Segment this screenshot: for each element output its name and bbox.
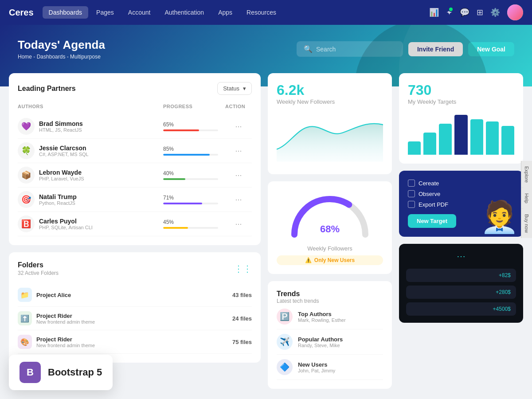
- apps-icon[interactable]: ⊞: [477, 8, 483, 17]
- status-dropdown[interactable]: Status ▾: [217, 82, 252, 95]
- action-menu[interactable]: ···: [225, 171, 252, 180]
- progress-bar: [163, 154, 218, 156]
- new-users-badge: ⚠️ Only New Users: [277, 255, 383, 265]
- folder-row: 📁 Project Alice 43 files: [18, 283, 252, 307]
- action-menu[interactable]: ···: [225, 219, 252, 229]
- buy-now-label[interactable]: Buy now: [521, 209, 532, 238]
- action-menu[interactable]: ···: [225, 195, 252, 204]
- author-row: 🅱️ Carles Puyol PHP, SQLite, Artisan CLI…: [18, 212, 252, 236]
- observe-checkbox[interactable]: [408, 190, 415, 197]
- author-skills: PHP, Laravel, VueJS: [39, 176, 84, 181]
- create-checkbox[interactable]: [408, 180, 415, 187]
- breadcrumb: Home - Dashboards - Multipurpose: [18, 54, 105, 60]
- bootstrap-icon: B: [20, 362, 41, 383]
- author-avatar: 🎯: [18, 191, 35, 208]
- navbar-right: 📊 ✦ 💬 ⊞ ⚙️: [429, 4, 523, 20]
- new-goal-button[interactable]: New Goal: [468, 42, 514, 56]
- breadcrumb-dashboards[interactable]: Dashboards: [37, 54, 66, 60]
- targets-label: My Weekly Targets: [408, 98, 514, 105]
- folder-name: Project Rider: [36, 336, 95, 343]
- weekly-targets-card: 730 My Weekly Targets: [399, 73, 523, 164]
- progress-bar: [163, 203, 218, 204]
- author-info: 🍀 Jessie Clarcson C#, ASP.NET, MS SQL: [18, 142, 163, 159]
- bootstrap-banner: B Bootstrap 5: [9, 355, 113, 390]
- user-avatar[interactable]: [507, 4, 523, 20]
- navbar: Ceres Dashboards Pages Account Authentic…: [0, 0, 532, 25]
- breadcrumb-multipurpose: Multipurpose: [70, 54, 101, 60]
- nav-apps[interactable]: Apps: [212, 6, 239, 19]
- bar: [454, 115, 467, 155]
- nav-pages[interactable]: Pages: [90, 6, 120, 19]
- dark-panel: ⋯ +82$ +280$ +4500$: [399, 244, 523, 323]
- progress-container: 71%: [163, 195, 225, 204]
- promo-observe-label: Observe: [419, 191, 440, 197]
- breadcrumb-home[interactable]: Home: [18, 54, 32, 60]
- nav-dashboards[interactable]: Dashboards: [43, 6, 89, 19]
- breadcrumb-sep1: -: [33, 54, 36, 60]
- author-name: Lebron Wayde: [39, 169, 84, 176]
- trend-name: Top Authors: [298, 311, 346, 317]
- explore-label[interactable]: Explore: [521, 161, 532, 188]
- chart-icon[interactable]: 📊: [429, 8, 439, 17]
- chevron-down-icon: ▾: [243, 85, 246, 92]
- folders-subtitle: 32 Active Folders: [18, 270, 59, 276]
- author-name: Brad Simmons: [39, 120, 83, 127]
- new-target-button[interactable]: New Target: [408, 214, 456, 228]
- author-name: Jessie Clarcson: [39, 145, 89, 152]
- author-details: Jessie Clarcson C#, ASP.NET, MS SQL: [39, 145, 89, 157]
- folder-icon: ⬆️: [18, 311, 32, 325]
- folder-details: Project Alice: [36, 292, 71, 298]
- promo-opt-observe: Observe: [408, 190, 514, 197]
- table-header: AUTHORS PROGRESS ACTION: [18, 102, 252, 111]
- progress-container: 65%: [163, 121, 225, 131]
- search-input[interactable]: [316, 46, 396, 53]
- invite-friend-button[interactable]: Invite Friend: [408, 42, 463, 56]
- folder-files: 24 files: [232, 315, 252, 322]
- bar: [408, 141, 421, 155]
- header-actions: 🔍 Invite Friend New Goal: [297, 41, 514, 57]
- nav-resources[interactable]: Resources: [240, 6, 282, 19]
- nav-authentication[interactable]: Authentication: [158, 6, 210, 19]
- trend-sub: Randy, Steve, Mike: [298, 343, 343, 348]
- folders-list: 📁 Project Alice 43 files ⬆️ Project Ride…: [18, 283, 252, 354]
- author-skills: HTML, JS, ReactJS: [39, 127, 83, 133]
- action-menu[interactable]: ···: [225, 146, 252, 156]
- folders-more-icon[interactable]: ⋮⋮: [234, 263, 252, 274]
- progress-pct: 40%: [163, 170, 218, 176]
- help-label[interactable]: Help: [521, 188, 532, 209]
- chat-icon[interactable]: 💬: [460, 8, 469, 17]
- progress-container: 40%: [163, 170, 225, 180]
- trends-list: 🅿️ Top Authors Mark, Rowling, Esther ✈️ …: [277, 304, 383, 380]
- sparkle-icon[interactable]: ✦: [446, 8, 453, 17]
- nav-account[interactable]: Account: [122, 6, 157, 19]
- dark-panel-dots: ⋯: [406, 251, 516, 262]
- author-name: Carles Puyol: [39, 218, 93, 225]
- bar: [439, 124, 452, 155]
- folder-icon: 📁: [18, 288, 32, 302]
- side-labels: Explore Help Buy now: [521, 161, 532, 238]
- progress-fill: [163, 203, 202, 204]
- action-menu[interactable]: ···: [225, 122, 252, 131]
- folders-title-block: Folders 32 Active Folders: [18, 261, 59, 276]
- trend-icon: 🔷: [277, 359, 293, 375]
- progress-pct: 65%: [163, 121, 218, 128]
- author-details: Brad Simmons HTML, JS, ReactJS: [39, 120, 83, 133]
- promo-opt-create: Cereate: [408, 180, 514, 187]
- targets-number: 730: [408, 82, 514, 98]
- export-checkbox[interactable]: [408, 201, 415, 208]
- leading-partners-title: Leading Partners: [18, 85, 76, 93]
- search-box[interactable]: 🔍: [297, 41, 403, 57]
- settings-icon[interactable]: ⚙️: [490, 8, 500, 17]
- folder-name: Project Rider: [36, 313, 95, 319]
- author-info: 💜 Brad Simmons HTML, JS, ReactJS: [18, 118, 163, 135]
- status-label: Status: [223, 85, 239, 92]
- folders-card: Folders 32 Active Folders ⋮⋮ 📁 Project A…: [9, 252, 261, 363]
- author-skills: PHP, SQLite, Artisan CLI: [39, 225, 93, 230]
- stat-1: +82$: [406, 269, 516, 282]
- author-details: Natali Trump Python, ReactJS: [39, 193, 77, 206]
- folder-name: Project Alice: [36, 292, 71, 298]
- author-details: Carles Puyol PHP, SQLite, Artisan CLI: [39, 218, 93, 230]
- brand: Ceres: [9, 8, 34, 18]
- new-users-text: Only New Users: [314, 257, 355, 263]
- page-title: Todays' Agenda: [18, 38, 105, 52]
